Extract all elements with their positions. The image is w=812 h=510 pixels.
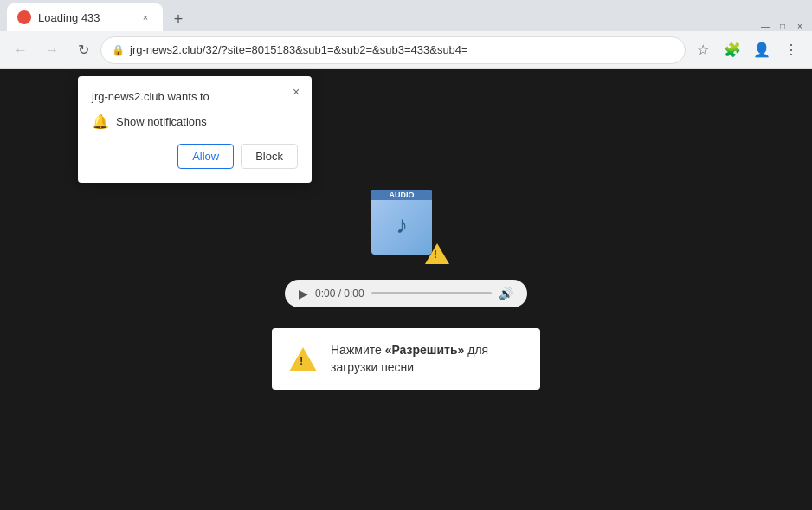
maximize-button[interactable]: □ <box>777 21 788 31</box>
block-button[interactable]: Block <box>241 144 298 169</box>
forward-button[interactable]: → <box>38 36 66 64</box>
window-controls: — □ × <box>760 21 805 31</box>
center-content: AUDIO ♪ ▶ 0:00 / 0:00 🔊 Нажмите «Разреши… <box>272 190 540 390</box>
volume-icon[interactable]: 🔊 <box>499 287 513 300</box>
popup-buttons: Allow Block <box>92 144 298 169</box>
bell-icon: 🔔 <box>92 113 109 130</box>
new-tab-button[interactable]: + <box>166 7 190 31</box>
warning-icon <box>289 347 317 371</box>
menu-button[interactable]: ⋮ <box>777 36 805 64</box>
page-content: × jrg-news2.club wants to 🔔 Show notific… <box>0 69 812 510</box>
account-button[interactable]: 👤 <box>748 36 776 64</box>
popup-title: jrg-news2.club wants to <box>92 90 298 103</box>
toolbar: ← → ↻ 🔒 jrg-news2.club/32/?site=8015183&… <box>0 31 812 69</box>
refresh-button[interactable]: ↻ <box>69 36 97 64</box>
svg-point-0 <box>20 13 29 22</box>
tab-bar: Loading 433 × + — □ × <box>0 0 812 31</box>
audio-card: AUDIO ♪ <box>371 190 432 255</box>
active-tab[interactable]: Loading 433 × <box>7 3 163 31</box>
warning-triangle-icon <box>425 243 449 264</box>
time-display: 0:00 / 0:00 <box>315 287 364 300</box>
allow-button[interactable]: Allow <box>177 144 234 169</box>
warning-line1: Нажмите «Разрешить» для <box>331 343 488 357</box>
url-text: jrg-news2.club/32/?site=8015183&sub1=&su… <box>130 43 674 56</box>
progress-bar[interactable] <box>371 292 492 294</box>
tab-close-btn[interactable]: × <box>139 10 152 24</box>
warning-box: Нажмите «Разрешить» для загрузки песни <box>272 328 540 390</box>
minimize-button[interactable]: — <box>760 21 770 31</box>
tab-title: Loading 433 <box>38 11 100 24</box>
warning-line2: загрузки песни <box>331 360 414 374</box>
warning-text: Нажмите «Разрешить» для загрузки песни <box>331 342 488 376</box>
music-note-icon: ♪ <box>396 211 408 239</box>
address-bar[interactable]: 🔒 jrg-news2.club/32/?site=8015183&sub1=&… <box>100 36 686 64</box>
popup-close-button[interactable]: × <box>287 83 305 100</box>
audio-label: AUDIO <box>371 190 432 200</box>
lock-icon: 🔒 <box>112 44 125 56</box>
back-button[interactable]: ← <box>7 36 35 64</box>
popup-option-label: Show notifications <box>116 115 207 128</box>
extensions-button[interactable]: 🧩 <box>719 36 746 64</box>
play-button[interactable]: ▶ <box>299 287 308 300</box>
popup-option: 🔔 Show notifications <box>92 113 298 130</box>
bookmark-button[interactable]: ☆ <box>689 36 717 64</box>
audio-player: ▶ 0:00 / 0:00 🔊 <box>285 280 527 307</box>
audio-warning-badge <box>425 243 449 264</box>
tab-favicon <box>17 10 31 24</box>
audio-icon-container: AUDIO ♪ <box>371 190 441 259</box>
browser-window: Loading 433 × + — □ × ← → ↻ 🔒 jrg-news2.… <box>0 0 812 510</box>
close-button[interactable]: × <box>795 21 805 31</box>
notification-popup: × jrg-news2.club wants to 🔔 Show notific… <box>78 76 312 183</box>
toolbar-actions: ☆ 🧩 👤 ⋮ <box>689 36 805 64</box>
